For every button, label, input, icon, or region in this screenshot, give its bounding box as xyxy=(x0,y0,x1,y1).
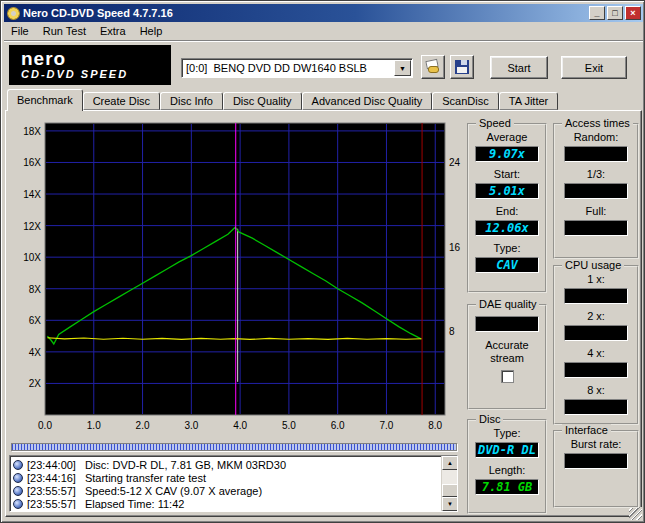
lcd-value-full xyxy=(564,220,628,236)
scroll-down-button[interactable]: ▼ xyxy=(442,497,458,511)
svg-text:8X: 8X xyxy=(29,284,42,295)
log-timestamp: [23:44:00] xyxy=(27,459,76,471)
scrollbar-thumb[interactable] xyxy=(442,484,458,497)
svg-text:2.0: 2.0 xyxy=(136,420,150,431)
svg-text:16: 16 xyxy=(449,242,461,253)
field-label-8-x: 8 x: xyxy=(555,384,637,397)
log-entry-icon xyxy=(13,473,23,483)
field-label-average: Average xyxy=(469,131,545,144)
field-label-burst-rate: Burst rate: xyxy=(555,438,637,451)
lcd-value-length: 7.81 GB xyxy=(475,479,539,495)
scroll-up-button[interactable]: ▲ xyxy=(442,456,458,470)
maximize-button[interactable]: □ xyxy=(607,6,623,20)
tab-create-disc[interactable]: Create Disc xyxy=(83,92,160,110)
drive-selector[interactable]: [0:0] BENQ DVD DD DW1640 BSLB ▼ xyxy=(181,58,413,78)
log-entry: [23:44:16]Starting transfer rate test xyxy=(13,471,439,484)
lcd-value-2-x xyxy=(564,325,628,341)
svg-text:6.0: 6.0 xyxy=(331,420,345,431)
resize-grip[interactable] xyxy=(629,507,642,520)
lcd-value-type: CAV xyxy=(475,257,539,273)
tab-disc-info[interactable]: Disc Info xyxy=(160,92,223,110)
svg-text:6X: 6X xyxy=(29,315,42,326)
log-panel[interactable]: [23:44:00]Disc: DVD-R DL, 7.81 GB, MKM 0… xyxy=(9,455,458,512)
lcd-value-random xyxy=(564,146,628,162)
close-button[interactable]: × xyxy=(625,6,641,20)
svg-text:1.0: 1.0 xyxy=(87,420,101,431)
log-lines: [23:44:00]Disc: DVD-R DL, 7.81 GB, MKM 0… xyxy=(13,458,439,509)
tab-strip: BenchmarkCreate DiscDisc InfoDisc Qualit… xyxy=(5,89,642,110)
svg-text:8: 8 xyxy=(449,326,455,337)
scroll-up-icon: ▲ xyxy=(447,460,453,466)
svg-text:8.0: 8.0 xyxy=(428,420,442,431)
svg-text:7.0: 7.0 xyxy=(380,420,394,431)
field-label-1-x: 1 x: xyxy=(555,273,637,286)
lcd-value-8-x xyxy=(564,399,628,415)
log-entry: [23:44:00]Disc: DVD-R DL, 7.81 GB, MKM 0… xyxy=(13,458,439,471)
lcd-value-4-x xyxy=(564,362,628,378)
dae-quality-value xyxy=(475,316,539,332)
field-label-end: End: xyxy=(469,205,545,218)
window-controls: _ □ × xyxy=(589,6,641,20)
tab-ta-jitter[interactable]: TA Jitter xyxy=(499,92,559,110)
interface-caption: Interface xyxy=(562,424,611,436)
svg-text:3.0: 3.0 xyxy=(184,420,198,431)
menu-item-run-test[interactable]: Run Test xyxy=(36,23,93,39)
menu-item-help[interactable]: Help xyxy=(133,23,170,39)
tab-advanced-disc-quality[interactable]: Advanced Disc Quality xyxy=(302,92,433,110)
log-timestamp: [23:55:57] xyxy=(27,485,76,497)
close-icon: × xyxy=(630,9,635,18)
dae-quality-panel: DAE quality Accurate stream xyxy=(467,304,547,410)
window-title: Nero CD-DVD Speed 4.7.7.16 xyxy=(23,7,589,19)
interface-panel: Interface Burst rate: xyxy=(553,430,639,508)
field-label-random: Random: xyxy=(555,131,637,144)
minimize-button[interactable]: _ xyxy=(589,6,605,20)
benchmark-chart: 2X4X6X8X10X12X14X16X18X0.01.02.03.04.05.… xyxy=(9,117,461,435)
lcd-value-end: 12.06x xyxy=(475,220,539,236)
svg-text:12X: 12X xyxy=(23,221,41,232)
minimize-icon: _ xyxy=(594,9,599,18)
floppy-disk-icon xyxy=(455,60,469,74)
disc-caption: Disc xyxy=(476,413,503,425)
menu-item-extra[interactable]: Extra xyxy=(93,23,133,39)
speed-caption: Speed xyxy=(476,117,514,129)
drive-selector-value: [0:0] BENQ DVD DD DW1640 BSLB xyxy=(186,62,367,74)
lcd-value-1-x xyxy=(564,288,628,304)
field-label-1-3: 1/3: xyxy=(555,168,637,181)
exit-button[interactable]: Exit xyxy=(561,56,627,79)
svg-text:0.0: 0.0 xyxy=(38,420,52,431)
tab-benchmark[interactable]: Benchmark xyxy=(7,89,83,111)
log-entry-icon xyxy=(13,499,23,509)
menu-bar: FileRun TestExtraHelp xyxy=(4,22,643,41)
speed-panel: Speed Average9.07xStart:5.01xEnd:12.06xT… xyxy=(467,123,547,293)
title-bar[interactable]: Nero CD-DVD Speed 4.7.7.16 _ □ × xyxy=(4,4,643,22)
dae-quality-caption: DAE quality xyxy=(476,298,539,310)
disc-in-hand-icon xyxy=(425,60,441,74)
log-timestamp: [23:44:16] xyxy=(27,472,76,484)
tab-scandisc[interactable]: ScanDisc xyxy=(432,92,498,110)
scroll-down-icon: ▼ xyxy=(447,501,453,507)
field-label-4-x: 4 x: xyxy=(555,347,637,360)
svg-text:18X: 18X xyxy=(23,126,41,137)
log-timestamp: [23:55:57] xyxy=(27,498,76,510)
tab-disc-quality[interactable]: Disc Quality xyxy=(223,92,302,110)
log-message: Speed:5-12 X CAV (9.07 X average) xyxy=(85,485,262,497)
log-message: Elapsed Time: 11:42 xyxy=(85,498,184,510)
svg-text:4X: 4X xyxy=(29,347,42,358)
eject-button[interactable] xyxy=(421,55,445,79)
app-disc-icon xyxy=(7,7,20,20)
log-entry: [23:55:57]Elapsed Time: 11:42 xyxy=(13,497,439,509)
field-label-type: Type: xyxy=(469,242,545,255)
log-scrollbar[interactable]: ▲ ▼ xyxy=(441,456,457,511)
access-times-panel: Access times Random:1/3:Full: xyxy=(553,123,639,259)
start-button[interactable]: Start xyxy=(490,56,548,79)
accurate-stream-label: Accurate stream xyxy=(475,339,539,365)
maximize-icon: □ xyxy=(612,9,617,18)
app-window: Nero CD-DVD Speed 4.7.7.16 _ □ × FileRun… xyxy=(0,0,645,523)
access-times-caption: Access times xyxy=(562,117,633,129)
save-button[interactable] xyxy=(450,55,474,79)
svg-text:10X: 10X xyxy=(23,252,41,263)
menu-item-file[interactable]: File xyxy=(4,23,36,39)
nero-logo: nero CD-DVD SPEED xyxy=(9,45,171,85)
chevron-down-icon[interactable]: ▼ xyxy=(394,60,411,76)
accurate-stream-checkbox[interactable] xyxy=(501,370,514,383)
